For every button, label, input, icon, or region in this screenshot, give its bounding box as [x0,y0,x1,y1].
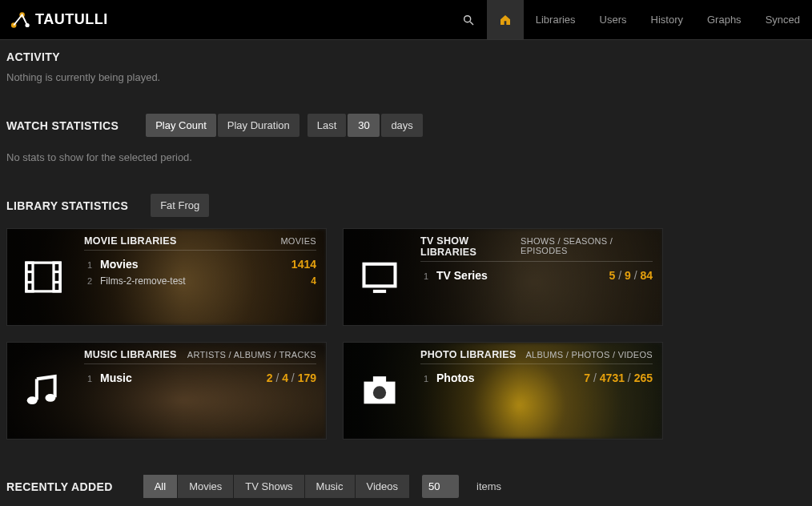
svg-rect-7 [54,263,60,291]
period-last-label: Last [308,114,347,137]
svg-point-3 [464,15,470,22]
nav-home[interactable] [487,0,524,39]
svg-rect-5 [26,263,60,291]
tab-music[interactable]: Music [305,475,355,498]
list-item[interactable]: 1 Movies 1414 [84,255,316,273]
music-icon [7,343,79,439]
library-count: 7 / 4731 / 265 [584,371,653,384]
tab-tv-shows[interactable]: TV Shows [234,475,303,498]
watch-stats-heading: WATCH STATISTICS [6,119,119,132]
recently-added-count-input[interactable] [422,475,459,498]
recently-added-tabs: All Movies TV Shows Music Videos [143,475,409,498]
camera-icon [344,343,416,439]
period-days-input[interactable] [348,114,380,137]
search-button[interactable] [450,0,487,39]
recently-added-heading: RECENTLY ADDED [6,480,113,493]
library-stats-heading: LIBRARY STATISTICS [6,199,128,212]
library-count: 4 [311,275,316,287]
play-count-button[interactable]: Play Count [146,114,216,137]
library-name: Films-2-remove-test [100,275,303,287]
items-label: items [476,480,501,492]
brand-logo[interactable]: TAUTULLI [0,0,118,39]
nav-users[interactable]: Users [588,0,639,39]
card-meta: MOVIES [280,236,316,246]
svg-point-14 [27,396,38,404]
card-meta: ARTISTS / ALBUMS / TRACKS [187,350,316,359]
movie-libraries-card[interactable]: MOVIE LIBRARIES MOVIES 1 Movies 1414 2 F… [6,228,327,326]
music-libraries-card[interactable]: MUSIC LIBRARIES ARTISTS / ALBUMS / TRACK… [6,342,327,440]
search-icon [462,14,475,26]
play-duration-button[interactable]: Play Duration [218,114,299,137]
card-title: MOVIE LIBRARIES [84,235,177,247]
list-item[interactable]: 1 Music 2 / 4 / 179 [84,369,316,387]
watch-stats-empty-text: No stats to show for the selected period… [6,151,806,163]
nav-history[interactable]: History [639,0,695,39]
svg-rect-6 [26,263,33,291]
library-name: Movies [100,258,283,271]
navbar: TAUTULLI Libraries Users History Graphs … [0,0,812,40]
tv-libraries-card[interactable]: TV SHOW LIBRARIES SHOWS / SEASONS / EPIS… [343,228,663,326]
tab-movies[interactable]: Movies [178,475,233,498]
library-name: Music [100,371,259,384]
tautulli-logo-icon [10,10,30,30]
library-count: 1414 [291,258,316,271]
svg-point-15 [45,394,55,402]
svg-point-18 [373,386,386,399]
tab-videos[interactable]: Videos [356,475,410,498]
card-meta: SHOWS / SEASONS / EPISODES [521,236,653,255]
svg-rect-17 [373,376,386,383]
library-count: 5 / 9 / 84 [609,269,653,282]
home-icon [499,14,512,26]
server-select-button[interactable]: Fat Frog [151,194,209,217]
tv-icon [344,229,416,325]
navbar-right: Libraries Users History Graphs Synced [450,0,812,39]
film-icon [7,229,79,325]
library-name: TV Series [436,269,601,282]
nav-graphs[interactable]: Graphs [695,0,754,39]
nav-synced[interactable]: Synced [754,0,812,39]
brand-wordmark: TAUTULLI [35,11,108,28]
library-count: 2 / 4 / 179 [267,371,316,384]
activity-heading: ACTIVITY [6,50,806,63]
library-name: Photos [436,371,576,384]
watch-stats-mode-toggle: Play Count Play Duration [146,114,299,137]
card-title: PHOTO LIBRARIES [420,349,517,360]
svg-rect-12 [364,264,396,287]
list-item[interactable]: 1 Photos 7 / 4731 / 265 [420,369,653,387]
list-item[interactable]: 1 TV Series 5 / 9 / 84 [420,267,653,284]
tab-all[interactable]: All [143,475,177,498]
card-title: TV SHOW LIBRARIES [420,235,521,258]
list-item[interactable]: 2 Films-2-remove-test 4 [84,273,316,289]
card-meta: ALBUMS / PHOTOS / VIDEOS [525,350,653,359]
nav-libraries[interactable]: Libraries [524,0,588,39]
svg-line-4 [470,22,473,25]
period-days-label: days [381,114,422,137]
card-title: MUSIC LIBRARIES [84,349,177,360]
activity-empty-text: Nothing is currently being played. [6,71,806,83]
photo-libraries-card[interactable]: PHOTO LIBRARIES ALBUMS / PHOTOS / VIDEOS… [343,342,663,440]
watch-stats-period: Last days [308,114,423,137]
